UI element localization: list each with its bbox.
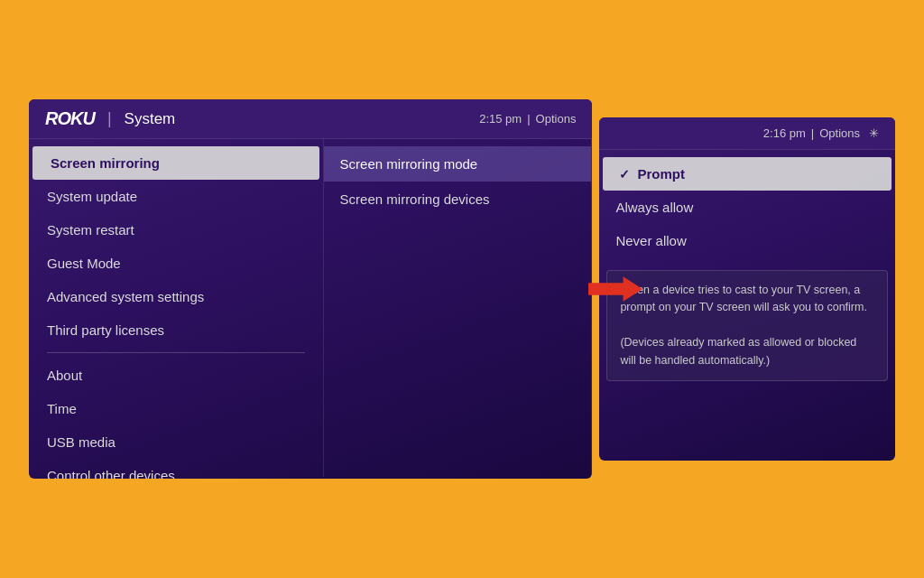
right-header-separator: | [811,126,814,140]
arrow-container [588,275,642,303]
screen-right: 2:16 pm | Options ✳ ✓ Prompt Always allo… [599,117,895,461]
middle-item-mirroring-devices[interactable]: Screen mirroring devices [324,182,592,217]
menu-item-third-party[interactable]: Third party licenses [29,313,323,347]
screen-left: ROKU | System 2:15 pm | Options Screen m… [29,99,592,479]
right-item-prompt[interactable]: ✓ Prompt [603,157,892,191]
left-header: ROKU | System 2:15 pm | Options [29,99,592,139]
svg-marker-0 [588,276,642,301]
right-header-right: 2:16 pm | Options ✳ [763,126,879,140]
right-description-text: When a device tries to cast to your TV s… [620,282,874,369]
roku-logo: ROKU [45,108,95,129]
left-menu-panel: Screen mirroring System update System re… [29,139,324,477]
right-description-box: When a device tries to cast to your TV s… [606,270,888,381]
time-display: 2:15 pm [479,112,522,126]
middle-panel: Screen mirroring mode Screen mirroring d… [324,139,593,477]
menu-item-system-restart[interactable]: System restart [29,213,323,247]
options-label[interactable]: Options [536,112,577,126]
header-divider: | [107,109,112,128]
middle-item-mirroring-mode[interactable]: Screen mirroring mode [324,146,592,182]
right-item-never-allow[interactable]: Never allow [599,224,895,257]
menu-item-time[interactable]: Time [29,392,323,425]
menu-item-usb-media[interactable]: USB media [29,425,323,459]
menu-divider [47,352,305,353]
right-options-label[interactable]: Options [819,126,860,140]
system-title: System [125,110,176,128]
right-item-always-allow[interactable]: Always allow [599,191,895,224]
right-time-display: 2:16 pm [763,126,806,140]
menu-item-about[interactable]: About [29,359,323,392]
menu-item-guest-mode[interactable]: Guest Mode [29,247,323,280]
menu-item-screen-mirroring[interactable]: Screen mirroring [32,146,319,180]
menu-item-control-devices[interactable]: Control other devices [29,459,323,479]
right-header: 2:16 pm | Options ✳ [599,117,895,150]
screens-container: ROKU | System 2:15 pm | Options Screen m… [29,99,895,479]
right-item-always-label: Always allow [615,200,693,215]
header-right: 2:15 pm | Options [479,112,576,126]
right-content: ✓ Prompt Always allow Never allow When a… [599,150,895,396]
checkmark-icon: ✓ [619,167,630,182]
header-left: ROKU | System [45,108,175,129]
menu-item-system-update[interactable]: System update [29,180,323,213]
right-item-prompt-label: Prompt [637,166,685,182]
arrow-icon [588,275,642,303]
left-content: Screen mirroring System update System re… [29,139,592,477]
header-separator: | [527,112,530,126]
right-item-never-label: Never allow [615,233,686,248]
menu-item-advanced-settings[interactable]: Advanced system settings [29,280,323,313]
options-star-icon: ✳ [869,126,879,140]
